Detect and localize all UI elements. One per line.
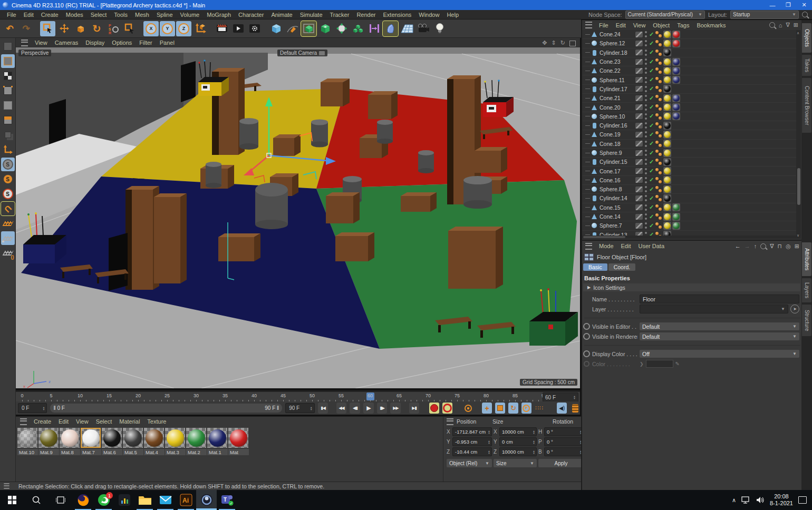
- layer-field[interactable]: ▼: [640, 305, 788, 313]
- layer-color-slot[interactable]: [635, 223, 643, 229]
- phong-tag-icon[interactable]: [655, 195, 662, 201]
- model-mode-button[interactable]: [1, 54, 15, 68]
- size-mode-dropdown[interactable]: Size▼: [494, 459, 537, 467]
- record-scale-toggle[interactable]: [495, 403, 505, 414]
- side-tab-attributes[interactable]: Attributes: [802, 242, 811, 276]
- viewport-toggle-icon[interactable]: [569, 41, 576, 46]
- record-position-toggle[interactable]: +: [482, 403, 492, 414]
- enabled-check[interactable]: ✓: [649, 204, 654, 211]
- texture-tag-yellow[interactable]: [663, 94, 671, 102]
- scrollbar-thumb[interactable]: [797, 168, 800, 205]
- viewport-menu-options[interactable]: Options: [108, 40, 136, 46]
- enabled-check[interactable]: ✓: [649, 168, 654, 174]
- keyframe-circle[interactable]: [583, 323, 590, 330]
- enabled-check[interactable]: ✓: [649, 150, 654, 156]
- om-menu-file[interactable]: File: [595, 22, 612, 28]
- material-mat-8[interactable]: Mat.8: [60, 428, 80, 455]
- phong-tag-icon[interactable]: [655, 204, 662, 211]
- layer-color-slot[interactable]: [635, 41, 643, 46]
- polygons-mode-button[interactable]: [1, 113, 15, 127]
- speaker-icon[interactable]: [756, 496, 765, 504]
- attr-filter-icon[interactable]: ∇: [770, 243, 774, 250]
- coordinate-system-toggle[interactable]: [192, 21, 208, 36]
- phong-tag-icon[interactable]: [655, 168, 662, 174]
- layer-color-slot[interactable]: [635, 195, 643, 201]
- material-menu-create[interactable]: Create: [30, 418, 55, 425]
- menu-animate[interactable]: Animate: [267, 12, 296, 18]
- om-menu-view[interactable]: View: [630, 22, 650, 28]
- menu-help[interactable]: Help: [443, 12, 462, 18]
- material-thumbnail[interactable]: [228, 428, 248, 448]
- texture-tag-yellow[interactable]: [663, 222, 671, 230]
- texture-tag-black[interactable]: [663, 122, 671, 130]
- layer-color-slot[interactable]: [635, 32, 643, 37]
- object-row-Cylinder.15[interactable]: Cylinder.15✓: [582, 158, 796, 166]
- menu-edit[interactable]: Edit: [20, 12, 37, 18]
- texture-tag-navy[interactable]: [672, 76, 680, 84]
- viewport-solo-off-button[interactable]: S: [1, 158, 15, 171]
- visibility-dots[interactable]: [644, 113, 647, 120]
- layer-color-slot[interactable]: [635, 214, 643, 220]
- taskbar-cinema4d-icon[interactable]: [196, 490, 217, 510]
- object-row-Sphere.10[interactable]: Sphere.10✓: [582, 112, 796, 121]
- view-type-label[interactable]: Perspective: [18, 50, 51, 56]
- action-center-icon[interactable]: [798, 496, 807, 504]
- menu-render[interactable]: Render: [353, 12, 379, 18]
- texture-tag-navy[interactable]: [672, 94, 680, 102]
- previous-frame-button[interactable]: ◀▮: [350, 403, 360, 414]
- object-row-Cone.17[interactable]: Cone.17✓: [582, 166, 796, 175]
- visible-editor-dropdown[interactable]: Default▼: [640, 322, 799, 330]
- menu-tools[interactable]: Tools: [110, 12, 131, 18]
- name-field[interactable]: Floor: [640, 295, 799, 303]
- enabled-check[interactable]: ✓: [649, 49, 654, 56]
- visibility-dots[interactable]: [644, 141, 647, 147]
- menu-extensions[interactable]: Extensions: [379, 12, 415, 18]
- material-mat-1[interactable]: Mat.1: [207, 428, 228, 455]
- phong-tag-icon[interactable]: [655, 86, 662, 92]
- range-start-grip[interactable]: ‖ 0 F: [53, 405, 64, 411]
- side-tab-objects[interactable]: Objects: [802, 23, 811, 53]
- visibility-dots[interactable]: [644, 150, 647, 156]
- enabled-check[interactable]: ✓: [649, 40, 654, 47]
- material-mat-6[interactable]: Mat.6: [102, 428, 122, 455]
- tab-basic[interactable]: Basic: [583, 263, 607, 271]
- volume-builder-generator[interactable]: [317, 21, 333, 36]
- enabled-check[interactable]: ✓: [649, 58, 654, 65]
- visibility-dots[interactable]: [644, 186, 647, 192]
- viewport-zoom-icon[interactable]: ⇕: [552, 40, 556, 46]
- taskbar-whatsapp-icon[interactable]: 1: [93, 490, 114, 510]
- object-row-Cone.22[interactable]: Cone.22✓: [582, 66, 796, 75]
- make-editable-button[interactable]: [1, 40, 15, 53]
- visibility-dots[interactable]: [644, 122, 647, 129]
- enabled-check[interactable]: ✓: [649, 213, 654, 220]
- texture-tag-yellow[interactable]: [663, 167, 671, 175]
- record-parameter-toggle[interactable]: P: [521, 403, 531, 414]
- material-thumbnail[interactable]: [81, 428, 101, 448]
- layer-color-slot[interactable]: [635, 132, 643, 138]
- material-menu-edit[interactable]: Edit: [55, 418, 72, 425]
- light-object-button[interactable]: [432, 21, 447, 36]
- floor-object-button[interactable]: [399, 21, 414, 36]
- visibility-dots[interactable]: [644, 40, 647, 46]
- material-menu-material[interactable]: Material: [115, 418, 143, 425]
- object-row-Sphere.7[interactable]: Sphere.7✓: [582, 221, 796, 230]
- scale-tool[interactable]: [73, 21, 88, 36]
- camera-label[interactable]: Default Camera: [277, 50, 327, 56]
- menu-volume[interactable]: Volume: [177, 12, 204, 18]
- taskbar-mail-icon[interactable]: [155, 490, 176, 510]
- goto-end-button[interactable]: ▶▮: [409, 403, 420, 414]
- texture-tag-yellow[interactable]: [663, 176, 671, 184]
- material-mat-3[interactable]: Mat.3: [165, 428, 186, 455]
- visibility-dots[interactable]: [644, 131, 647, 138]
- visibility-dots[interactable]: [644, 213, 647, 220]
- om-search-icon[interactable]: [769, 22, 775, 28]
- visibility-dots[interactable]: [644, 204, 647, 211]
- attribute-menu-icon[interactable]: [585, 243, 592, 250]
- texture-tag-yellow[interactable]: [663, 40, 671, 47]
- visibility-dots[interactable]: [644, 104, 647, 111]
- material-mat-5[interactable]: Mat.5: [123, 428, 143, 455]
- object-row-Sphere.8[interactable]: Sphere.8✓: [582, 185, 796, 194]
- om-menu-object[interactable]: Object: [649, 22, 673, 28]
- array-generator[interactable]: [350, 21, 365, 36]
- menu-file[interactable]: File: [3, 12, 20, 18]
